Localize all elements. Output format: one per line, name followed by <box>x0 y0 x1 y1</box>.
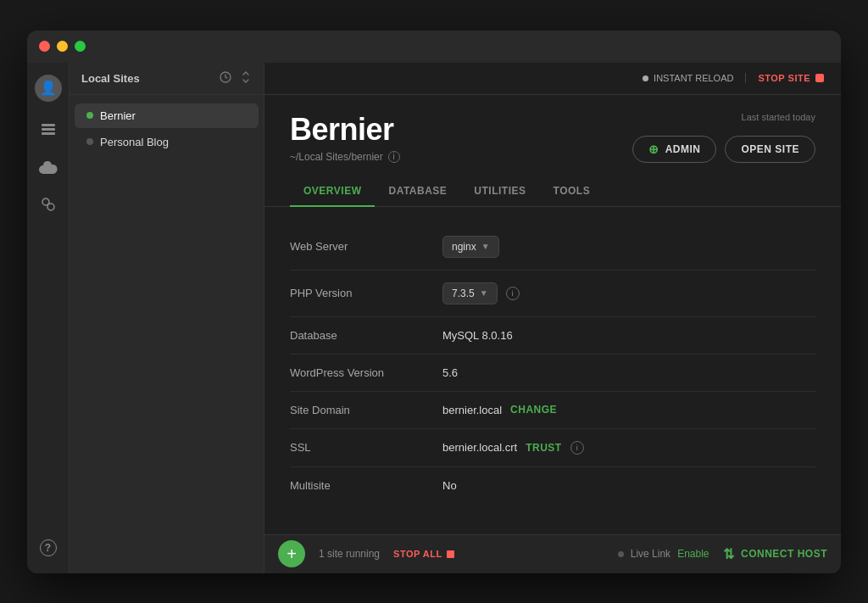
main-content: INSTANT RELOAD STOP SITE Bernier ~/Local… <box>264 63 841 573</box>
wp-version-text: 5.6 <box>442 366 458 379</box>
running-info: 1 site running <box>319 548 380 560</box>
site-status-dot-bernier <box>86 112 93 119</box>
site-path: ~/Local Sites/bernier i <box>290 151 400 163</box>
sites-nav-button[interactable] <box>31 115 65 149</box>
multisite-text: No <box>442 479 457 492</box>
database-label: Database <box>290 329 442 342</box>
sites-sidebar-actions <box>220 71 252 86</box>
web-server-label: Web Server <box>290 240 442 253</box>
ssl-info-icon[interactable]: i <box>570 441 584 455</box>
title-bar <box>27 31 841 63</box>
svg-rect-2 <box>42 132 55 135</box>
multisite-label: Multisite <box>290 479 442 492</box>
php-version-selected: 7.3.5 <box>452 288 475 299</box>
add-icon: + <box>287 545 297 562</box>
site-status-dot-personal-blog <box>86 138 93 145</box>
main-layout: 👤 <box>27 63 841 573</box>
site-title-section: Bernier ~/Local Sites/bernier i <box>290 112 400 163</box>
close-button[interactable] <box>39 41 50 52</box>
php-version-value: 7.3.5 ▼ i <box>442 282 520 304</box>
ssl-row: SSL bernier.local.crt TRUST i <box>290 429 815 467</box>
ssl-label: SSL <box>290 441 442 454</box>
history-icon[interactable] <box>220 71 231 86</box>
php-info-icon[interactable]: i <box>506 287 520 300</box>
avatar-button[interactable]: 👤 <box>31 71 65 105</box>
help-icon: ? <box>40 539 57 556</box>
site-name-bernier: Bernier <box>100 109 136 122</box>
change-domain-link[interactable]: CHANGE <box>510 404 557 416</box>
live-link-dot <box>618 551 624 557</box>
stop-site-button[interactable]: STOP SITE <box>745 73 824 83</box>
wp-icon: ⊕ <box>648 142 659 156</box>
maximize-button[interactable] <box>75 41 86 52</box>
site-header-right: Last started today ⊕ ADMIN OPEN SITE <box>632 112 815 163</box>
trust-ssl-link[interactable]: TRUST <box>526 442 562 454</box>
ssl-cert-text: bernier.local.crt <box>442 441 517 454</box>
stop-all-icon <box>447 550 454 558</box>
avatar-circle: 👤 <box>35 75 62 102</box>
site-path-info-icon[interactable]: i <box>388 151 400 163</box>
site-header-row: Bernier ~/Local Sites/bernier i Last sta… <box>290 112 815 163</box>
php-version-dropdown[interactable]: 7.3.5 ▼ <box>442 282 498 304</box>
connect-host-icon: ⇅ <box>723 546 735 562</box>
site-name-personal-blog: Personal Blog <box>100 136 169 148</box>
bottom-bar: + 1 site running STOP ALL Live Link Enab… <box>264 534 841 573</box>
cloud-nav-button[interactable] <box>31 153 65 187</box>
tab-database[interactable]: DATABASE <box>375 176 460 207</box>
connect-host-label: CONNECT HOST <box>741 548 827 560</box>
sites-sidebar: Local Sites <box>70 63 264 573</box>
wp-version-row: WordPress Version 5.6 <box>290 355 815 392</box>
add-site-button[interactable]: + <box>278 540 305 567</box>
cloud-icon <box>39 160 58 178</box>
site-domain-text: bernier.local <box>442 404 502 416</box>
stop-all-button[interactable]: STOP ALL <box>393 549 454 559</box>
web-server-dropdown[interactable]: nginx ▼ <box>442 236 499 258</box>
admin-button-label: ADMIN <box>665 143 701 155</box>
live-link-label: Live Link <box>631 548 670 560</box>
svg-point-4 <box>47 204 54 210</box>
connect-host-button[interactable]: ⇅ CONNECT HOST <box>723 546 828 562</box>
extensions-nav-button[interactable] <box>31 190 65 224</box>
instant-reload: INSTANT RELOAD <box>643 73 733 83</box>
collapse-icon[interactable] <box>240 71 252 86</box>
svg-rect-0 <box>42 124 55 126</box>
php-version-row: PHP Version 7.3.5 ▼ i <box>290 271 815 317</box>
site-header: Bernier ~/Local Sites/bernier i Last sta… <box>264 95 841 163</box>
avatar-icon: 👤 <box>40 80 57 96</box>
wp-version-value: 5.6 <box>442 366 458 379</box>
wp-version-label: WordPress Version <box>290 366 442 379</box>
stop-site-label: STOP SITE <box>758 73 810 83</box>
site-item-bernier[interactable]: Bernier <box>75 103 259 128</box>
multisite-value: No <box>442 479 457 492</box>
web-server-value: nginx ▼ <box>442 236 499 258</box>
minimize-button[interactable] <box>57 41 68 52</box>
site-domain-label: Site Domain <box>290 404 442 416</box>
admin-button[interactable]: ⊕ ADMIN <box>632 136 716 163</box>
tab-overview[interactable]: OVERVIEW <box>290 176 375 207</box>
sites-sidebar-title: Local Sites <box>81 72 140 85</box>
site-path-text: ~/Local Sites/bernier <box>290 151 383 163</box>
site-domain-value: bernier.local CHANGE <box>442 404 557 416</box>
traffic-lights <box>39 41 86 52</box>
site-title: Bernier <box>290 112 400 148</box>
extensions-icon <box>40 196 57 217</box>
instant-reload-label: INSTANT RELOAD <box>654 73 733 83</box>
open-site-button[interactable]: OPEN SITE <box>725 136 815 163</box>
site-item-personal-blog[interactable]: Personal Blog <box>75 130 259 154</box>
stop-site-icon <box>815 74 824 82</box>
site-header-actions: ⊕ ADMIN OPEN SITE <box>632 122 815 163</box>
tab-tools[interactable]: TOOLS <box>540 176 604 207</box>
stop-all-label: STOP ALL <box>393 549 442 559</box>
help-nav-button[interactable]: ? <box>31 531 65 565</box>
multisite-row: Multisite No <box>290 467 815 504</box>
tab-utilities[interactable]: UTILITIES <box>460 176 539 207</box>
web-server-arrow: ▼ <box>481 242 490 251</box>
web-server-row: Web Server nginx ▼ <box>290 224 815 271</box>
database-text: MySQL 8.0.16 <box>442 329 513 342</box>
enable-live-link[interactable]: Enable <box>677 548 709 560</box>
top-bar: INSTANT RELOAD STOP SITE <box>264 63 841 95</box>
database-row: Database MySQL 8.0.16 <box>290 317 815 355</box>
database-value: MySQL 8.0.16 <box>442 329 513 342</box>
instant-reload-dot <box>643 75 648 81</box>
sites-icon <box>40 121 57 142</box>
